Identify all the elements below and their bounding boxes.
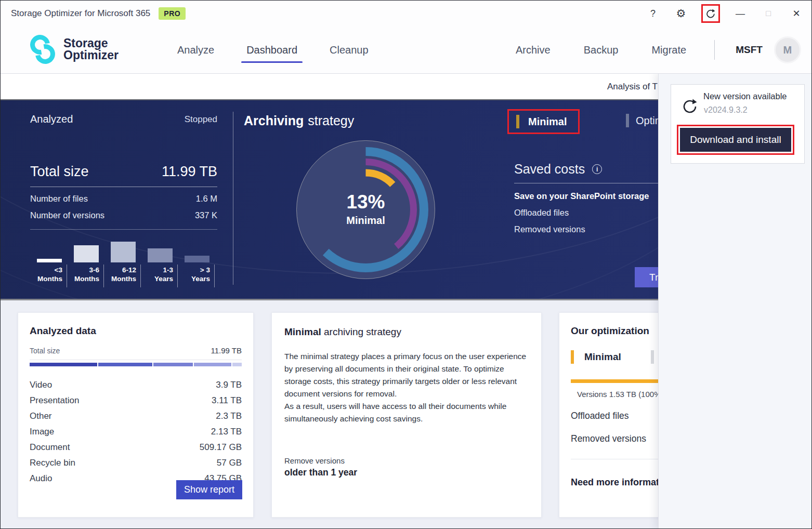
- update-popup: New version available v2024.9.3.2 Downlo…: [671, 84, 805, 164]
- minimize-button[interactable]: —: [732, 6, 748, 21]
- archiving-strategy-title: Archivingstrategy: [244, 113, 354, 128]
- tenant-label[interactable]: MSFT: [736, 44, 763, 56]
- list-item: Document509.17 GB: [30, 440, 242, 455]
- update-refresh-icon: [682, 98, 698, 114]
- list-item: Other2.3 TB: [30, 408, 242, 424]
- total-size-label: Total size: [30, 164, 89, 180]
- dashboard-hero: Analyzed Stopped Total size 11.99 TB Num…: [1, 99, 658, 300]
- nav-right-items: Archive Backup Migrate MSFT M: [516, 27, 801, 73]
- age-bar: [111, 242, 136, 262]
- saved-costs-title: Saved costs: [514, 162, 585, 177]
- divider: [30, 187, 217, 187]
- refresh-icon[interactable]: [705, 8, 716, 19]
- download-install-button[interactable]: Download and install: [680, 128, 791, 152]
- remove-versions-label: Remove versions: [284, 456, 529, 465]
- tab-minimal[interactable]: Minimal: [584, 351, 621, 363]
- active-tab-underline: [241, 61, 303, 63]
- stat-row: Number of versions 337 K: [30, 210, 217, 220]
- tab-dashboard[interactable]: Dashboard: [246, 27, 297, 73]
- ring-outer-blue: [308, 152, 424, 268]
- donut-percent: 13%: [346, 191, 385, 213]
- bar-segment: [30, 363, 97, 366]
- update-overlay-panel: New version available v2024.9.3.2 Downlo…: [658, 73, 812, 529]
- refresh-highlight-box: [701, 4, 720, 23]
- panel-divider: [233, 112, 233, 285]
- card-title: Analyzed data: [30, 325, 242, 337]
- ring-inner-yellow: [329, 173, 403, 247]
- second-tab-indicator: [651, 350, 654, 364]
- close-button[interactable]: ✕: [789, 6, 804, 21]
- tab-cleanup[interactable]: Cleanup: [330, 27, 369, 73]
- update-title: New version available: [703, 91, 787, 101]
- storage-optimizer-logo-icon: [30, 35, 55, 64]
- file-age-bar-chart: [30, 241, 217, 262]
- show-report-button[interactable]: Show report: [176, 480, 242, 499]
- strategy-info-card: Minimal archiving strategy The minimal s…: [271, 312, 542, 518]
- help-icon[interactable]: ?: [645, 6, 661, 21]
- storage-breakdown-bar: [30, 363, 242, 366]
- total-size-label: Total size: [30, 347, 60, 355]
- file-age-labels: <3Months 3-6Months 6-12Months 1-3Years >…: [30, 264, 217, 287]
- strategy-donut-chart: 13% Minimal: [294, 138, 437, 281]
- optimal-tab-indicator: [626, 114, 629, 127]
- age-bar: [148, 248, 173, 262]
- title-bar: Storage Optimizer for Microsoft 365 PRO …: [1, 1, 811, 27]
- analyzed-title: Analyzed: [30, 113, 73, 125]
- info-icon[interactable]: i: [592, 164, 602, 174]
- donut-label: Minimal: [346, 215, 385, 226]
- divider: [30, 229, 217, 230]
- saved-costs-section: Saved costs i Save on your SharePoint st…: [514, 162, 658, 234]
- saved-costs-item: Offloaded files: [514, 208, 658, 218]
- minimal-tab-indicator: [516, 115, 519, 128]
- update-version: v2024.9.3.2: [704, 105, 748, 115]
- nav-bar: StorageOptimizer Analyze Dashboard Clean…: [1, 27, 811, 74]
- nav-divider: [714, 40, 715, 60]
- tab-archive[interactable]: Archive: [516, 27, 551, 73]
- app-logo: StorageOptimizer: [30, 35, 119, 64]
- maximize-button[interactable]: □: [761, 6, 776, 21]
- try-strategy-button[interactable]: Try a: [635, 267, 658, 287]
- tab-backup[interactable]: Backup: [584, 27, 619, 73]
- bar-segment: [153, 363, 193, 366]
- list-item: Presentation3.11 TB: [30, 393, 242, 408]
- analysis-scope-label: Analysis of T: [607, 82, 658, 92]
- divider: [514, 183, 658, 183]
- bar-segment: [194, 363, 231, 366]
- saved-costs-item: Removed versions: [514, 224, 658, 234]
- stat-row: Number of files 1.6 M: [30, 194, 217, 204]
- brand-text: StorageOptimizer: [63, 37, 119, 61]
- bar-segment: [232, 363, 242, 366]
- bar-segment: [98, 363, 152, 366]
- age-bar: [74, 245, 99, 262]
- minimal-tab-indicator: [571, 350, 574, 364]
- remove-versions-value: older than 1 year: [284, 467, 529, 478]
- saved-costs-item: Save on your SharePoint storage: [514, 191, 658, 201]
- age-bar: [185, 256, 209, 262]
- app-window: Storage Optimizer for Microsoft 365 PRO …: [0, 0, 812, 529]
- nav-left-items: Analyze Dashboard Cleanup: [177, 27, 369, 73]
- strategy-tab-minimal[interactable]: Minimal: [507, 109, 580, 134]
- window-controls: ? ⚙ — □ ✕: [645, 4, 804, 23]
- list-item: Video3.9 TB: [30, 377, 242, 393]
- analyzed-panel: Analyzed Stopped Total size 11.99 TB Num…: [30, 113, 217, 287]
- status-text: Stopped: [185, 114, 217, 125]
- total-size-value: 11.99 TB: [211, 346, 242, 355]
- age-bar: [37, 259, 62, 262]
- ring-middle-purple: [318, 162, 414, 258]
- download-highlight-box: Download and install: [677, 125, 794, 155]
- total-size-value: 11.99 TB: [162, 164, 217, 180]
- file-type-list: Video3.9 TB Presentation3.11 TB Other2.3…: [30, 377, 242, 486]
- analyzed-data-card: Analyzed data Total size 11.99 TB Video3…: [18, 312, 254, 518]
- window-title: Storage Optimizer for Microsoft 365: [11, 8, 150, 19]
- user-avatar[interactable]: M: [774, 36, 801, 63]
- pro-badge: PRO: [159, 7, 186, 20]
- strategy-tab-optimal[interactable]: Optim: [626, 114, 658, 127]
- settings-gear-icon[interactable]: ⚙: [673, 6, 689, 21]
- tab-analyze[interactable]: Analyze: [177, 27, 214, 73]
- card-title: Minimal archiving strategy: [284, 326, 529, 338]
- list-item: Image2.13 TB: [30, 424, 242, 440]
- tab-migrate[interactable]: Migrate: [651, 27, 686, 73]
- strategy-description: The minimal strategy places a primary fo…: [284, 350, 533, 425]
- list-item: Recycle bin57 GB: [30, 455, 242, 471]
